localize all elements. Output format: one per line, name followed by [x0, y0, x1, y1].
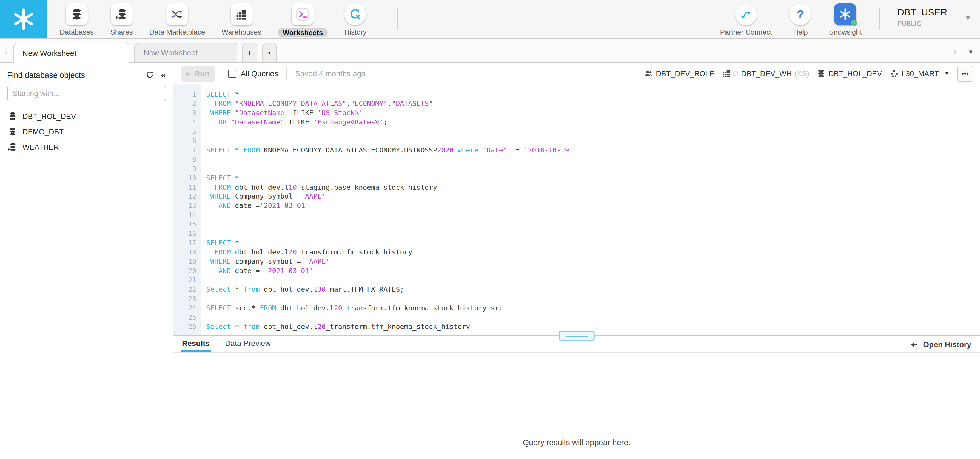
nav-main-items: Databases Shares Data Marketplace Wareho… [46, 0, 398, 38]
user-menu-caret-icon[interactable]: ▼ [965, 14, 971, 22]
add-worksheet-button[interactable]: + [242, 43, 257, 62]
sidebar-header: Find database objects « [7, 70, 166, 80]
tab-scroll-right-icon[interactable]: › [954, 46, 957, 56]
open-history-button[interactable]: Open History [910, 340, 971, 352]
nav-item-help[interactable]: ? Help [789, 0, 811, 36]
tab-list-caret-icon[interactable]: ▼ [968, 49, 974, 54]
results-body: Query results will appear here. [173, 352, 980, 459]
worksheet-toolbar: ▶ Run All Queries Saved 4 months ago DBT… [173, 62, 980, 84]
tab-data-preview[interactable]: Data Preview [225, 339, 271, 352]
sql-editor[interactable]: 1SELECT *2 FROM "KNOEMA_ECONOMY_DATA_ATL… [173, 84, 980, 335]
code-line: 14 [173, 211, 980, 220]
nav-item-history[interactable]: History [344, 0, 366, 36]
warehouse-status-icon [733, 71, 738, 76]
worksheet-tab-inactive[interactable]: New Worksheet [134, 43, 237, 62]
tab-results-label: Results [182, 339, 210, 348]
tab-results[interactable]: Results [182, 339, 210, 352]
run-button-label: Run [194, 69, 209, 78]
warehouses-icon [231, 3, 252, 25]
role-icon [644, 69, 653, 78]
database-item-demo-dbt[interactable]: DEMO_DBT [7, 124, 166, 139]
role-selector[interactable]: DBT_DEV_ROLE [644, 69, 714, 78]
nav-item-databases[interactable]: Databases [60, 0, 94, 36]
new-worksheet-options-button[interactable]: ▼ [262, 43, 277, 62]
sidebar-title: Find database objects [7, 70, 85, 79]
code-line: 10SELECT * [173, 174, 980, 183]
nav-label-worksheets: Worksheets [278, 28, 328, 37]
play-icon: ▶ [186, 70, 191, 76]
open-history-label: Open History [923, 340, 971, 349]
user-name: DBT_USER [897, 7, 947, 18]
tab-scroll-left-icon[interactable]: ‹ [0, 47, 13, 62]
code-line: 20 AND date = '2021-03-01' [173, 266, 980, 276]
user-role: PUBLIC [897, 20, 947, 27]
code-line: 5 [173, 127, 980, 137]
worksheets-icon [292, 3, 314, 25]
code-line: 16---------------------------- [173, 230, 980, 239]
nav-item-warehouses[interactable]: Warehouses [222, 0, 261, 36]
code-line: 18 FROM dbt_hol_dev.l20_transform.tfm_st… [173, 248, 980, 257]
resize-grip-icon [566, 335, 587, 336]
code-line: 4 OR "DatasetName" ILIKE 'Exchange%Rates… [173, 118, 980, 127]
code-line: 23 [173, 295, 980, 304]
code-line: 19 WHERE company_symbol = 'AAPL' [173, 257, 980, 266]
partner-connect-icon [735, 3, 757, 25]
nav-item-data-marketplace[interactable]: Data Marketplace [150, 0, 205, 36]
help-icon: ? [789, 3, 811, 25]
context-controls: DBT_DEV_ROLE DBT_DEV_WH (XS) DBT_HOL_DEV [644, 65, 974, 81]
nav-label-partner-connect: Partner Connect [720, 28, 772, 36]
worksheet-tab-active[interactable]: New Worksheet [13, 43, 129, 62]
all-queries-label: All Queries [240, 69, 278, 78]
user-menu[interactable]: DBT_USER PUBLIC [897, 0, 947, 27]
schema-icon [889, 69, 899, 78]
code-line: 25 [173, 313, 980, 322]
nav-item-snowsight[interactable]: Snowsight [829, 0, 862, 36]
database-item-label: DEMO_DBT [22, 128, 64, 136]
database-selector[interactable]: DBT_HOL_DEV [817, 69, 882, 78]
all-queries-checkbox[interactable] [228, 69, 236, 78]
new-worksheet-caret-icon: ▼ [267, 50, 272, 55]
snowflake-icon [11, 7, 35, 31]
panel-resize-handle[interactable] [558, 331, 595, 341]
code-line: 11 FROM dbt_hol_dev.l10_staging.base_kno… [173, 183, 980, 192]
tab-data-preview-label: Data Preview [225, 339, 271, 348]
sidebar-actions: « [146, 70, 166, 80]
toolbar-divider [286, 67, 287, 80]
code-line: 12 WHERE Company_Symbol ='AAPL' [173, 192, 980, 202]
database-item-label: WEATHER [22, 143, 59, 151]
warehouse-icon [722, 69, 730, 78]
worksheet-tab-strip: ‹ New Worksheet New Worksheet + ▼ › ▼ [0, 39, 980, 62]
snowflake-logo[interactable] [0, 0, 46, 38]
nav-label-warehouses: Warehouses [222, 28, 261, 36]
empty-results-message: Query results will appear here. [173, 438, 980, 447]
history-icon [344, 3, 366, 25]
tab-overflow-controls: › ▼ [954, 46, 974, 57]
database-search-input[interactable] [7, 86, 166, 102]
database-icon [8, 127, 17, 136]
schema-label: L30_MART [902, 69, 939, 78]
shared-database-icon [8, 143, 17, 151]
more-options-button[interactable]: ••• [957, 65, 974, 81]
collapse-sidebar-icon[interactable]: « [161, 70, 166, 80]
tab-controls-divider [962, 46, 963, 57]
schema-selector[interactable]: L30_MART ▼ [889, 69, 949, 78]
database-item-dbt-hol-dev[interactable]: DBT_HOL_DEV [7, 108, 166, 124]
code-line: 2 FROM "KNOEMA_ECONOMY_DATA_ATLAS"."ECON… [173, 99, 980, 108]
top-nav: Databases Shares Data Marketplace Wareho… [0, 0, 980, 39]
warehouse-selector[interactable]: DBT_DEV_WH (XS) [722, 69, 809, 78]
warehouse-size-label: (XS) [794, 69, 809, 78]
nav-item-worksheets[interactable]: Worksheets [278, 0, 328, 37]
ellipsis-icon: ••• [962, 70, 969, 77]
code-line: 6---------------------------- [173, 137, 980, 146]
nav-label-data-marketplace: Data Marketplace [150, 28, 205, 36]
data-marketplace-icon [166, 3, 188, 25]
nav-item-partner-connect[interactable]: Partner Connect [720, 0, 772, 36]
user-divider [880, 8, 880, 30]
nav-item-shares[interactable]: Shares [110, 0, 133, 36]
database-list: DBT_HOL_DEV DEMO_DBT WEATHER [7, 108, 166, 155]
database-icon [8, 112, 17, 121]
database-item-weather[interactable]: WEATHER [7, 139, 166, 155]
nav-label-history: History [344, 28, 366, 36]
refresh-icon[interactable] [146, 71, 154, 79]
run-button[interactable]: ▶ Run [181, 65, 215, 81]
